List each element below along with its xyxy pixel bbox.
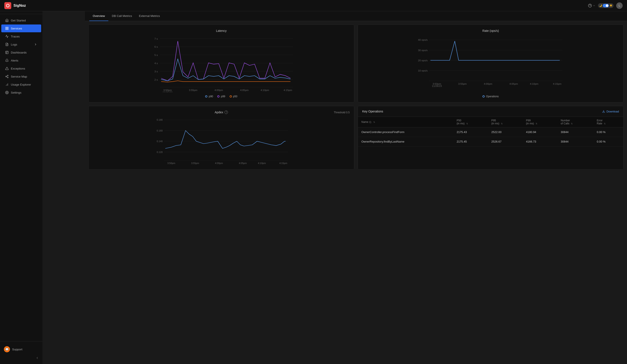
latency-chart-legend: p90 p99 p50	[93, 95, 350, 98]
svg-text:4:15pm: 4:15pm	[279, 162, 287, 164]
theme-toggle[interactable]: 🌙 ☀️	[598, 3, 614, 8]
rate-chart-title: Rate (ops/s)	[362, 29, 619, 33]
app-logo-icon	[4, 2, 11, 9]
sidebar-label-services: Services	[11, 27, 22, 30]
svg-text:4:05pm: 4:05pm	[240, 89, 249, 92]
sidebar-label-exceptions: Exceptions	[11, 67, 25, 70]
sidebar-label-service-map: Service Map	[11, 75, 27, 78]
row-0-error-rate: 0.00 %	[593, 127, 623, 137]
row-1-name[interactable]: OwnerRepository.findByLastName	[358, 137, 453, 147]
legend-label-operations: Operations	[486, 95, 499, 98]
apdex-chart-area: 0.180 0.160 0.140 0.120 3:50pm 3:55pm 4:…	[93, 117, 350, 165]
svg-text:4:05pm: 4:05pm	[509, 82, 518, 85]
svg-text:4:10pm: 4:10pm	[258, 162, 266, 164]
tab-db-call-metrics[interactable]: DB Call Metrics	[108, 11, 135, 21]
activity-icon	[5, 35, 9, 38]
sidebar-item-exceptions[interactable]: Exceptions	[1, 65, 41, 72]
sidebar-item-services[interactable]: Services	[1, 24, 41, 32]
sort-icon-error-rate[interactable]: ⇅	[604, 122, 606, 125]
support-button[interactable]: 💬 Support	[0, 344, 43, 355]
download-button[interactable]: Download	[602, 110, 619, 113]
key-operations-tbody: OwnerController.processFindForm 2175.43 …	[358, 127, 623, 147]
topbar: SigNoz 🌙 ☀️ L	[0, 0, 627, 11]
legend-label-p99: p99	[221, 95, 225, 98]
sidebar: SigNoz Get Started Services Traces Logs …	[0, 0, 43, 364]
charts-grid-top: Latency 7 s 6 s 5 s 4 s 3 s	[85, 21, 627, 106]
row-1-p99: 4166.73	[522, 137, 557, 147]
svg-text:0.160: 0.160	[157, 129, 163, 132]
svg-text:11/26/23: 11/26/23	[432, 85, 442, 88]
svg-point-19	[7, 77, 8, 78]
rate-chart-svg: 40 ops/s 30 ops/s 20 ops/s 10 ops/s 3:50…	[362, 36, 619, 92]
support-icon: 💬	[4, 346, 10, 352]
svg-text:0.120: 0.120	[157, 151, 163, 154]
legend-p99: p99	[217, 95, 225, 98]
legend-dot-p90	[205, 95, 207, 98]
sidebar-label-traces: Traces	[11, 35, 20, 38]
sidebar-item-get-started[interactable]: Get Started	[1, 16, 41, 24]
row-1-error-rate: 0.00 %	[593, 137, 623, 147]
row-1-calls: 30844	[557, 137, 593, 147]
row-0-name[interactable]: OwnerController.processFindForm	[358, 127, 453, 137]
col-p50: P50(in ms) ⇅	[453, 117, 488, 127]
svg-text:4:15pm: 4:15pm	[284, 89, 292, 92]
sidebar-label-settings: Settings	[11, 91, 21, 94]
col-name: Name ⇅	[358, 117, 453, 127]
share-icon	[5, 75, 9, 78]
search-icon[interactable]	[369, 121, 371, 123]
help-button[interactable]	[588, 4, 595, 7]
topbar-logo-area: SigNoz	[4, 2, 26, 9]
legend-dot-operations	[482, 95, 485, 98]
legend-p50: p50	[230, 95, 237, 98]
svg-rect-6	[6, 27, 7, 28]
svg-text:4:10pm: 4:10pm	[530, 82, 539, 85]
sidebar-label-usage-explorer: Usage Explorer	[11, 83, 31, 86]
sidebar-item-alerts[interactable]: Alerts	[1, 56, 41, 64]
sidebar-item-dashboards[interactable]: Dashboards	[1, 49, 41, 56]
download-label: Download	[606, 110, 619, 113]
tab-external-metrics[interactable]: External Metrics	[135, 11, 163, 21]
latency-chart-title: Latency	[93, 29, 350, 33]
sort-icon-calls[interactable]: ⇅	[571, 122, 573, 125]
row-0-p95: 2522.00	[488, 127, 522, 137]
svg-text:10 ops/s: 10 ops/s	[418, 69, 428, 72]
sidebar-label-dashboards: Dashboards	[11, 51, 27, 54]
main-tabs: Overview DB Call Metrics External Metric…	[85, 11, 627, 21]
sort-icon-p50[interactable]: ⇅	[466, 122, 468, 125]
bar-chart-icon	[5, 83, 9, 86]
alert-triangle-icon	[5, 67, 9, 70]
main-content: Overview DB Call Metrics External Metric…	[85, 11, 627, 364]
sidebar-item-traces[interactable]: Traces	[1, 33, 41, 40]
sidebar-item-settings[interactable]: Settings	[1, 89, 41, 97]
svg-text:4:00pm: 4:00pm	[484, 82, 492, 85]
svg-text:4 s: 4 s	[155, 62, 158, 65]
sidebar-item-service-map[interactable]: Service Map	[1, 73, 41, 80]
row-0-p99: 4180.94	[522, 127, 557, 137]
sort-icon-name[interactable]: ⇅	[373, 121, 375, 123]
svg-text:0.180: 0.180	[157, 118, 163, 121]
sidebar-navigation: Get Started Services Traces Logs Dashboa…	[0, 14, 43, 341]
user-avatar[interactable]: L	[616, 2, 623, 9]
legend-operations: Operations	[482, 95, 499, 98]
svg-text:3:55pm: 3:55pm	[191, 162, 199, 164]
row-0-calls: 30844	[557, 127, 593, 137]
tab-overview[interactable]: Overview	[89, 11, 108, 21]
sidebar-item-logs[interactable]: Logs	[1, 41, 41, 48]
svg-text:3:55pm: 3:55pm	[189, 89, 198, 92]
key-operations-title: Key Operations	[362, 110, 383, 113]
sidebar-item-usage-explorer[interactable]: Usage Explorer	[1, 81, 41, 88]
home-icon	[5, 19, 9, 22]
svg-rect-9	[6, 29, 7, 30]
col-error-rate: ErrorRate ⇅	[593, 117, 623, 127]
apdex-help-icon[interactable]: ?	[224, 110, 228, 114]
svg-point-17	[7, 75, 8, 76]
apdex-chart-title: Apdex	[215, 110, 223, 114]
svg-point-1	[7, 4, 9, 7]
sidebar-collapse-button[interactable]	[0, 355, 43, 362]
sort-icon-p99[interactable]: ⇅	[536, 122, 537, 125]
svg-text:4:00pm: 4:00pm	[214, 89, 223, 92]
sort-icon-p95[interactable]: ⇅	[501, 122, 503, 125]
apdex-threshold-label: Threshold 0.5	[334, 111, 350, 114]
rate-chart-card: Rate (ops/s) 40 ops/s 30 ops/s 20 ops/s …	[358, 24, 624, 103]
rate-chart-area: 40 ops/s 30 ops/s 20 ops/s 10 ops/s 3:50…	[362, 36, 619, 92]
